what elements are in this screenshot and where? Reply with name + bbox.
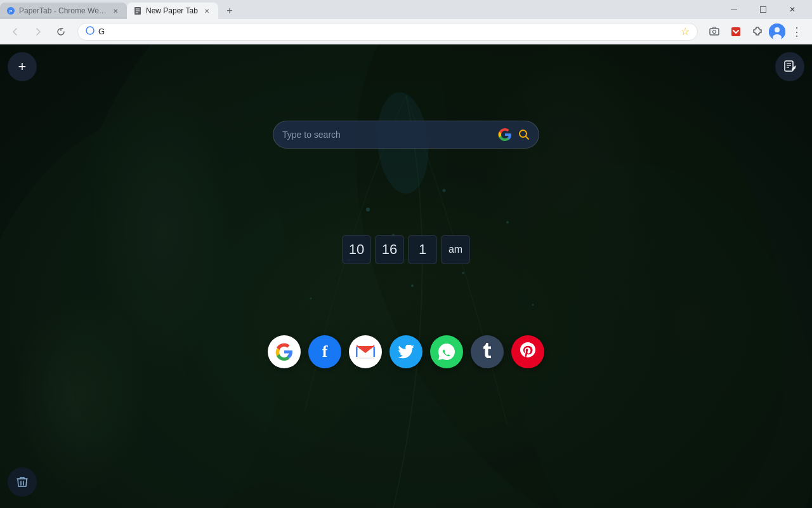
back-button[interactable]	[5, 22, 25, 42]
maximize-button[interactable]	[749, 0, 778, 19]
add-shortcut-button[interactable]: +	[8, 52, 37, 81]
decorative-leaves	[0, 44, 812, 508]
clock-minute: 16	[375, 235, 404, 264]
screen-capture-icon[interactable]	[704, 22, 724, 42]
new-tab-button[interactable]: +	[221, 3, 239, 19]
chrome-menu-button[interactable]: ⋮	[787, 22, 807, 42]
address-bar: ☆ ⋮	[0, 19, 812, 44]
svg-point-25	[462, 272, 464, 274]
tab-close-2[interactable]: ✕	[202, 6, 212, 16]
minimize-button[interactable]	[719, 0, 749, 19]
shortcut-twitter[interactable]	[390, 335, 422, 368]
profile-avatar[interactable]	[769, 23, 785, 40]
forward-button[interactable]	[28, 22, 48, 42]
shortcut-tumblr[interactable]	[471, 335, 504, 368]
clock-ampm: am	[441, 235, 470, 264]
tab-favicon-1: P	[6, 6, 15, 15]
svg-rect-6	[731, 10, 737, 10]
svg-point-13	[775, 27, 780, 32]
page-content: +	[0, 44, 812, 508]
shortcut-google[interactable]	[268, 335, 301, 368]
svg-rect-9	[710, 29, 719, 35]
title-bar: P PaperTab - Chrome Web Store ✕ New Pape…	[0, 0, 812, 19]
omnibox[interactable]: ☆	[77, 23, 698, 41]
svg-point-8	[86, 27, 94, 34]
svg-point-10	[713, 30, 716, 33]
search-submit-icon[interactable]	[518, 129, 530, 140]
search-container	[273, 121, 539, 149]
search-bar[interactable]	[273, 121, 539, 149]
notes-button[interactable]	[775, 52, 804, 81]
tab-strip: P PaperTab - Chrome Web Store ✕ New Pape…	[0, 0, 714, 19]
svg-line-35	[526, 137, 529, 140]
svg-rect-11	[731, 27, 740, 36]
shortcut-pinterest[interactable]	[511, 335, 544, 368]
clock-display: 10 16 1 am	[342, 235, 470, 264]
tab-papertab-store[interactable]: P PaperTab - Chrome Web Store ✕	[0, 3, 127, 19]
svg-text:P: P	[10, 10, 13, 14]
url-input[interactable]	[98, 27, 677, 36]
svg-point-22	[443, 189, 446, 192]
refresh-button[interactable]	[51, 22, 71, 42]
tab-title-1: PaperTab - Chrome Web Store	[19, 6, 107, 15]
extensions-icon[interactable]	[747, 22, 768, 42]
svg-point-26	[310, 298, 312, 300]
omnibox-favicon-icon	[86, 26, 95, 37]
google-logo	[497, 126, 513, 143]
window-controls: ✕	[714, 0, 812, 19]
tab-title-2: New Paper Tab	[146, 6, 198, 15]
clock-second: 1	[408, 235, 437, 264]
shortcut-facebook[interactable]: f	[308, 335, 341, 368]
bookmark-star-icon[interactable]: ☆	[681, 25, 690, 37]
shortcut-gmail[interactable]	[349, 335, 382, 368]
pocket-icon[interactable]	[726, 22, 746, 42]
close-button[interactable]: ✕	[778, 0, 807, 19]
toolbar-icons: ⋮	[704, 22, 807, 42]
svg-point-23	[411, 284, 414, 287]
tab-favicon-2	[133, 6, 142, 15]
svg-point-27	[506, 221, 509, 224]
clock-hour: 10	[342, 235, 371, 264]
feedback-button[interactable]	[8, 467, 37, 497]
search-input[interactable]	[282, 130, 492, 140]
svg-point-28	[532, 304, 534, 306]
svg-rect-7	[761, 7, 766, 13]
tab-new-paper[interactable]: New Paper Tab ✕	[127, 3, 218, 19]
app-shortcuts: f	[268, 335, 544, 368]
tab-close-1[interactable]: ✕	[110, 6, 121, 16]
shortcut-whatsapp[interactable]	[430, 335, 463, 368]
svg-point-20	[366, 208, 370, 211]
svg-rect-30	[785, 61, 793, 71]
